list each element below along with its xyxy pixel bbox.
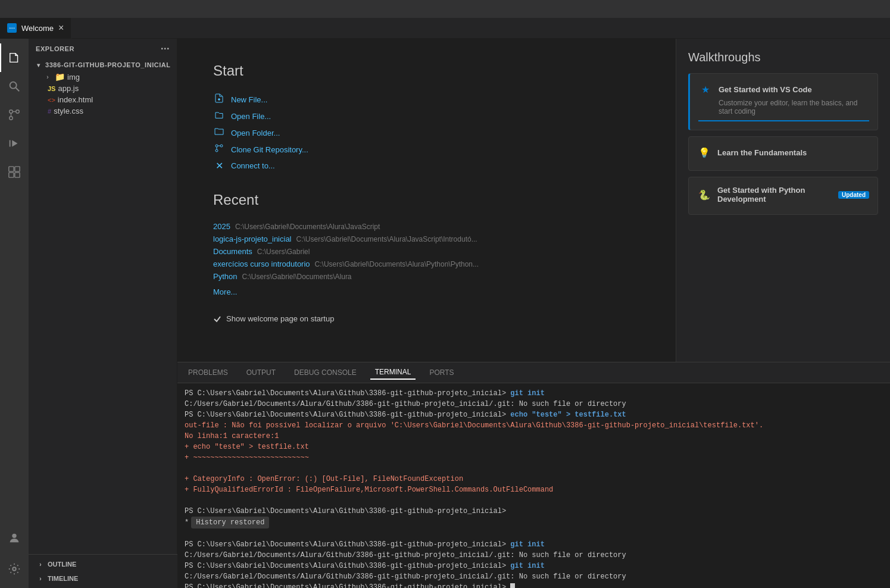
css-icon: # (48, 108, 51, 115)
recent-item-0[interactable]: 2025 C:\Users\Gabriel\Documents\Alura\Ja… (213, 220, 640, 233)
extensions-icon[interactable] (0, 158, 29, 186)
recent-path-2: C:\Users\Gabriel (257, 248, 310, 256)
terminal-line-gi1: PS C:\Users\Gabriel\Documents\Alura\Gith… (185, 539, 883, 550)
more-label: More... (213, 287, 237, 296)
terminal-line-gi2: PS C:\Users\Gabriel\Documents\Alura\Gith… (185, 561, 883, 571)
terminal-line-4: No linha:1 caractere:1 (185, 431, 883, 442)
tree-item-label: app.js (58, 84, 79, 93)
walkthrough-item-vscode[interactable]: ★ Get Started with VS Code Customize you… (688, 73, 878, 130)
sidebar-title: Explorer (36, 45, 74, 52)
svg-point-4 (16, 110, 20, 114)
timeline-section[interactable]: › TIMELINE (29, 571, 177, 586)
term-path-final: PS C:\Users\Gabriel\Documents\Alura\Gith… (185, 583, 510, 588)
recent-item-1[interactable]: logica-js-projeto_inicial C:\Users\Gabri… (213, 233, 640, 245)
svg-rect-7 (9, 167, 14, 171)
folder-icon: 📁 (55, 72, 65, 82)
search-icon[interactable] (0, 72, 29, 101)
welcome-page: Start New File... (177, 39, 890, 362)
terminal-history-line: *History restored (185, 517, 883, 528)
welcome-tab[interactable]: ⋯ Welcome × (0, 18, 71, 39)
term-git-gi1: git init (510, 540, 545, 549)
updated-badge: Updated (838, 191, 869, 199)
tab-terminal[interactable]: TERMINAL (370, 365, 416, 380)
terminal-content: PS C:\Users\Gabriel\Documents\Alura\Gith… (177, 383, 890, 588)
term-path-0: PS C:\Users\Gabriel\Documents\Alura\Gith… (185, 389, 510, 398)
recent-name-1: logica-js-projeto_inicial (213, 234, 292, 243)
terminal-line-6: + ~~~~~~~~~~~~~~~~~~~~~~~~~~~ (185, 452, 883, 463)
recent-item-3[interactable]: exercícios curso introdutorio C:\Users\G… (213, 258, 640, 270)
tree-root[interactable]: ▾ 3386-GIT-GITHUB-PROJETO_INICIAL (29, 59, 177, 71)
svg-point-12 (13, 567, 16, 571)
settings-icon[interactable] (0, 555, 29, 583)
history-restored-badge: History restored (191, 517, 269, 528)
svg-point-3 (10, 110, 13, 114)
svg-line-1 (16, 88, 20, 92)
svg-point-15 (216, 149, 218, 152)
terminal-line-err1: C:/Users/Gabriel/Documents/Alura/Github/… (185, 550, 883, 561)
recent-path-1: C:\Users\Gabriel\Documents\Alura\JavaScr… (296, 235, 477, 243)
outline-section[interactable]: › OUTLINE (29, 557, 177, 571)
open-folder-link[interactable]: Open Folder... (213, 124, 640, 141)
tree-item-stylecss[interactable]: # style.css (29, 105, 177, 117)
tree-item-indexhtml[interactable]: <> index.html (29, 94, 177, 105)
svg-point-11 (12, 534, 16, 538)
recent-item-4[interactable]: Python C:\Users\Gabriel\Documents\Alura (213, 270, 640, 283)
walkthrough-desc-0: Customize your editor, learn the basics,… (719, 99, 869, 115)
term-path-ps2: PS C:\Users\Gabriel\Documents\Alura\Gith… (185, 507, 506, 515)
explorer-icon[interactable] (0, 43, 29, 72)
connect-to-link[interactable]: ✕ Connect to... (213, 158, 640, 174)
html-icon: <> (48, 96, 55, 104)
svg-rect-8 (15, 167, 20, 171)
tab-problems[interactable]: PROBLEMS (183, 366, 233, 379)
sidebar-bottom: › OUTLINE › TIMELINE (29, 554, 177, 588)
welcome-main: Start New File... (177, 39, 676, 362)
connect-label: Connect to... (231, 161, 275, 170)
terminal-tabs: PROBLEMS OUTPUT DEBUG CONSOLE TERMINAL P… (177, 362, 890, 383)
walkthrough-item-fundamentals[interactable]: 💡 Learn the Fundamentals (688, 136, 878, 171)
recent-section: Recent 2025 C:\Users\Gabriel\Documents\A… (213, 192, 640, 296)
term-git-gi2: git init (510, 562, 545, 570)
terminal-line-err2: C:/Users/Gabriel/Documents/Alura/Github/… (185, 571, 883, 582)
checkmark-icon (213, 315, 221, 323)
recent-item-2[interactable]: Documents C:\Users\Gabriel (213, 245, 640, 258)
new-file-link[interactable]: New File... (213, 91, 640, 108)
svg-point-17 (220, 145, 223, 147)
svg-point-2 (10, 117, 13, 120)
connect-icon: ✕ (213, 160, 225, 171)
svg-rect-9 (9, 173, 14, 177)
sidebar-more-button[interactable]: ··· (161, 43, 170, 54)
source-control-icon[interactable] (0, 101, 29, 129)
welcome-footer: Show welcome page on startup (213, 314, 640, 323)
recent-name-2: Documents (213, 247, 252, 256)
walkthrough-name-2: Get Started with Python Development (717, 186, 832, 204)
sidebar: Explorer ··· ▾ 3386-GIT-GITHUB-PROJETO_I… (29, 39, 177, 588)
terminal-line-3: out-file : Não foi possível localizar o … (185, 420, 883, 431)
recent-name-3: exercícios curso introdutorio (213, 259, 310, 268)
tab-debug-console[interactable]: DEBUG CONSOLE (289, 366, 361, 379)
clone-git-link[interactable]: Clone Git Repository... (213, 141, 640, 158)
tree-item-appjs[interactable]: JS app.js (29, 83, 177, 94)
terminal-panel: PROBLEMS OUTPUT DEBUG CONSOLE TERMINAL P… (177, 362, 890, 588)
tab-ports[interactable]: PORTS (424, 366, 458, 379)
term-text-1: C:/Users/Gabriel/Documents/Alura/Github/… (185, 400, 626, 408)
tab-close-button[interactable]: × (58, 23, 64, 33)
recent-path-0: C:\Users\Gabriel\Documents\Alura\JavaScr… (235, 223, 380, 231)
term-path-gi2: PS C:\Users\Gabriel\Documents\Alura\Gith… (185, 562, 510, 570)
walkthrough-header-2: 🐍 Get Started with Python Development Up… (697, 186, 869, 204)
tab-output[interactable]: OUTPUT (242, 366, 280, 379)
terminal-line-0: PS C:\Users\Gabriel\Documents\Alura\Gith… (185, 388, 883, 399)
term-path-2: PS C:\Users\Gabriel\Documents\Alura\Gith… (185, 411, 510, 419)
tab-label: Welcome (21, 24, 54, 33)
run-debug-icon[interactable] (0, 129, 29, 158)
terminal-line-5: + echo "teste" > testfile.txt (185, 442, 883, 452)
tree-item-label: img (67, 73, 80, 82)
svg-point-16 (216, 145, 218, 147)
open-file-link[interactable]: Open File... (213, 108, 640, 124)
tree-item-label: index.html (58, 95, 93, 104)
accounts-icon[interactable] (0, 524, 29, 552)
recent-name-0: 2025 (213, 222, 230, 231)
tree-item-img[interactable]: › 📁 img (29, 71, 177, 83)
more-link[interactable]: More... (213, 287, 640, 296)
walkthrough-item-python[interactable]: 🐍 Get Started with Python Development Up… (688, 177, 878, 215)
cursor (510, 583, 515, 588)
